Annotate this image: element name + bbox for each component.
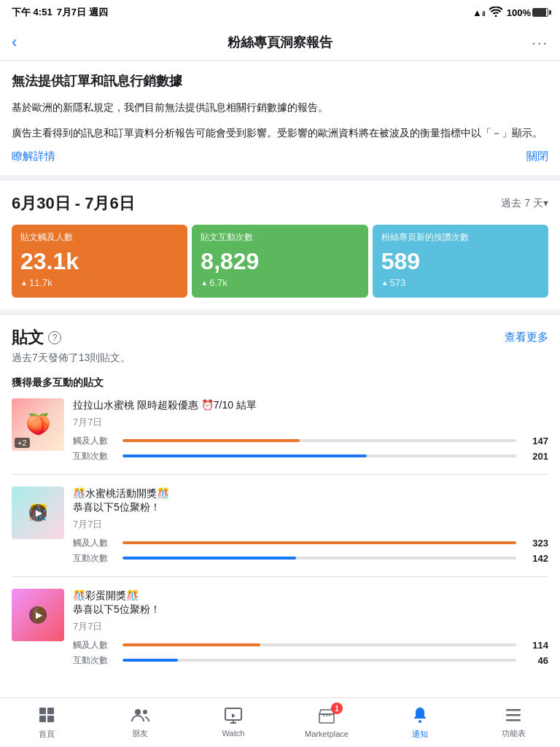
notifications-icon — [411, 706, 429, 727]
list-item: 🎊 ▶ 🎊水蜜桃活動開獎🎊恭喜以下5位聚粉！ 7月7日 觸及人數 323 — [12, 487, 548, 577]
warning-paragraph-1: 基於歐洲的新隱私規定，我們目前無法提供訊息相關行銷數據的報告。 — [12, 99, 548, 115]
post-thumbnail[interactable]: 🍑 +2 — [12, 398, 64, 451]
marketplace-badge: 1 — [331, 703, 343, 714]
play-icon: ▶ — [12, 589, 64, 641]
page-header: ‹ 粉絲專頁洞察報告 ··· — [0, 25, 560, 61]
engage-stat-row: 互動次數 142 — [73, 552, 548, 565]
status-bar: 下午 4:51 7月7日 週四 ▲ᵢₗ 100% — [0, 0, 560, 25]
status-right: ▲ᵢₗ 100% — [472, 7, 548, 19]
engage-bar-wrap — [122, 659, 516, 662]
wifi-icon — [489, 7, 502, 19]
nav-item-home[interactable]: 首頁 — [0, 698, 93, 747]
post-stats: 觸及人數 114 互動次數 46 — [73, 639, 548, 667]
post-text: 🎊彩蛋開獎🎊恭喜以下5位聚粉！ — [73, 589, 548, 617]
post-content: 🎊水蜜桃活動開獎🎊恭喜以下5位聚粉！ 7月7日 觸及人數 323 互動次數 14… — [73, 487, 548, 565]
status-time: 下午 4:51 — [12, 6, 52, 19]
svg-rect-9 — [506, 709, 521, 711]
svg-rect-10 — [506, 714, 521, 716]
engage-bar — [122, 659, 178, 662]
engage-change: 6.7k — [201, 277, 359, 288]
menu-label: 功能表 — [502, 728, 526, 739]
posts-subtitle: 過去7天發佈了13則貼文。 — [12, 352, 548, 365]
reach-bar-wrap — [122, 643, 516, 646]
post-stats: 觸及人數 147 互動次數 201 — [73, 435, 548, 462]
reach-value: 323 — [522, 538, 548, 549]
engage-bar — [122, 454, 367, 457]
warning-paragraph-2: 廣告主看得到的訊息和訂單資料分析報告可能會受到影響。受影響的歐洲資料將在被波及的… — [12, 125, 548, 141]
nav-item-notifications[interactable]: 通知 — [373, 698, 467, 747]
engage-value: 201 — [522, 451, 548, 462]
post-thumbnail[interactable]: 🥚 ▶ — [12, 589, 64, 641]
view-more-link[interactable]: 查看更多 — [505, 330, 548, 344]
back-button[interactable]: ‹ — [12, 33, 17, 52]
engage-label: 貼文互動次數 — [201, 232, 359, 244]
likes-value: 589 — [381, 249, 540, 273]
engage-value: 46 — [522, 655, 548, 666]
engage-label: 互動次數 — [73, 654, 117, 667]
reach-value: 23.1k — [20, 249, 179, 273]
marketplace-label: Marketplace — [305, 729, 349, 738]
reach-label: 貼文觸及人數 — [20, 232, 179, 244]
stat-card-reach: 貼文觸及人數 23.1k 11.7k — [12, 225, 187, 298]
svg-point-4 — [135, 709, 141, 715]
reach-label: 觸及人數 — [73, 435, 117, 447]
close-link[interactable]: 關閉 — [526, 150, 548, 163]
svg-rect-2 — [39, 716, 46, 722]
post-stats: 觸及人數 323 互動次數 142 — [73, 537, 548, 565]
play-icon: ▶ — [12, 487, 64, 539]
reach-value: 114 — [522, 640, 548, 651]
engage-bar-wrap — [122, 557, 516, 560]
posts-title: 貼文 ? — [12, 327, 61, 349]
post-date: 7月7日 — [73, 416, 548, 429]
svg-rect-6 — [225, 708, 241, 720]
stat-cards: 貼文觸及人數 23.1k 11.7k 貼文互動次數 8,829 6.7k 粉絲專… — [12, 225, 548, 298]
post-thumbnail[interactable]: 🎊 ▶ — [12, 487, 64, 539]
likes-label: 粉絲專頁新的按讚次數 — [381, 232, 540, 244]
post-content: 🎊彩蛋開獎🎊恭喜以下5位聚粉！ 7月7日 觸及人數 114 互動次數 46 — [73, 589, 548, 667]
post-date: 7月7日 — [73, 518, 548, 531]
reach-bar-wrap — [122, 439, 516, 442]
stat-card-likes: 粉絲專頁新的按讚次數 589 573 — [373, 225, 548, 298]
engage-bar — [122, 557, 296, 560]
most-engaged-title: 獲得最多互動的貼文 — [12, 376, 548, 390]
nav-item-menu[interactable]: 功能表 — [467, 698, 560, 747]
stat-card-engage: 貼文互動次數 8,829 6.7k — [192, 225, 368, 298]
battery-percentage: 100% — [507, 7, 531, 18]
svg-rect-0 — [39, 708, 46, 714]
friends-icon — [131, 707, 149, 726]
reach-change: 11.7k — [20, 277, 179, 288]
date-range: 6月30日 - 7月6日 — [12, 193, 135, 214]
menu-icon — [505, 707, 522, 726]
list-item: 🍑 +2 拉拉山水蜜桃 限時超殺優惠 ⏰7/10 結單 7月7日 觸及人數 14… — [12, 398, 548, 475]
page-title: 粉絲專頁洞察報告 — [228, 34, 332, 51]
status-left: 下午 4:51 7月7日 週四 — [12, 6, 108, 19]
svg-point-8 — [419, 720, 421, 723]
signal-icon: ▲ᵢₗ — [472, 7, 485, 18]
svg-point-5 — [143, 710, 147, 714]
reach-bar — [122, 439, 300, 442]
home-label: 首頁 — [39, 729, 55, 740]
engage-stat-row: 互動次數 46 — [73, 654, 548, 667]
nav-item-marketplace[interactable]: 1 Marketplace — [280, 698, 373, 747]
engage-label: 互動次數 — [73, 552, 117, 565]
reach-bar — [122, 643, 260, 646]
engage-stat-row: 互動次數 201 — [73, 450, 548, 462]
nav-item-friends[interactable]: 朋友 — [93, 698, 187, 747]
status-date: 7月7日 週四 — [57, 6, 108, 19]
posts-help-icon[interactable]: ? — [48, 331, 61, 344]
post-text: 🎊水蜜桃活動開獎🎊恭喜以下5位聚粉！ — [73, 487, 548, 515]
post-thumb-count: +2 — [15, 438, 30, 448]
svg-rect-3 — [47, 716, 54, 722]
date-row: 6月30日 - 7月6日 過去 7 天▾ — [12, 193, 548, 214]
reach-stat-row: 觸及人數 114 — [73, 639, 548, 651]
reach-value: 147 — [522, 436, 548, 446]
friends-label: 朋友 — [132, 728, 148, 739]
warning-section: 無法提供訂單和訊息行銷數據 基於歐洲的新隱私規定，我們目前無法提供訊息相關行銷數… — [0, 61, 560, 181]
learn-more-link[interactable]: 瞭解詳情 — [12, 150, 55, 163]
nav-item-watch[interactable]: Watch — [187, 698, 280, 747]
battery-icon: 100% — [507, 7, 548, 18]
engage-value: 8,829 — [201, 249, 359, 273]
more-options-icon[interactable]: ··· — [532, 34, 548, 51]
list-item: 🥚 ▶ 🎊彩蛋開獎🎊恭喜以下5位聚粉！ 7月7日 觸及人數 114 — [12, 589, 548, 678]
date-filter-dropdown[interactable]: 過去 7 天▾ — [501, 197, 548, 210]
